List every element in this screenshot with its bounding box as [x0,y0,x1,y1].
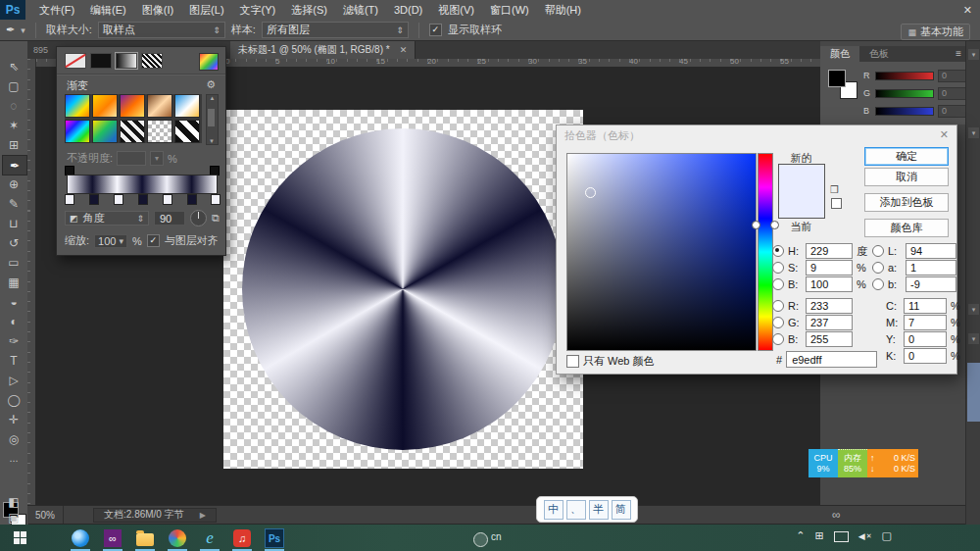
hue-radio[interactable] [772,245,784,257]
ime-punctuation-button[interactable]: 、 [566,500,586,520]
brush-tool[interactable]: ✎ [2,194,25,213]
panel-collapse-icon[interactable]: ▾ [968,49,979,60]
lasso-tool[interactable]: ◌ [2,96,25,115]
action-center-icon[interactable]: ▢ [882,529,892,542]
taskbar-visual-studio-icon[interactable]: ∞ [103,528,122,548]
window-close-icon[interactable]: ✕ [959,2,976,19]
menu-window[interactable]: 窗口(W) [482,3,537,18]
opacity-dropdown-icon[interactable]: ▾ [150,151,164,166]
sample-size-dropdown[interactable]: 取样点 ⇕ [98,22,225,38]
gradient-preset[interactable] [147,120,172,143]
reverse-icon[interactable]: ⧉ [212,212,220,225]
path-selection-tool[interactable]: ▷ [2,371,25,389]
eyedropper-tool-active[interactable]: ✒ [2,155,27,175]
menu-select[interactable]: 选择(S) [283,3,335,18]
cancel-button[interactable]: 取消 [864,168,949,186]
ime-simplified-button[interactable]: 简 [612,500,631,520]
gradient-preset[interactable] [92,120,118,143]
color-stop[interactable] [89,194,99,205]
lab-a-field[interactable]: 1 [906,260,956,276]
gear-icon[interactable]: ⚙ [206,78,216,91]
hue-slider[interactable] [758,153,773,351]
add-to-swatches-button[interactable]: 添加到色板 [864,193,949,212]
lab-l-radio[interactable] [872,245,884,257]
fill-none-button[interactable] [65,53,86,69]
color-stop[interactable] [211,194,220,205]
scrollbar-thumb[interactable] [208,109,215,126]
hue-field[interactable]: 229 [806,243,853,259]
taskbar-file-explorer-icon[interactable] [135,528,155,548]
color-stop[interactable] [65,194,74,205]
ime-width-button[interactable]: 半 [589,500,609,520]
start-button[interactable] [14,531,26,544]
menu-view[interactable]: 视图(V) [430,3,482,18]
hex-field[interactable]: e9edff [786,351,877,368]
ime-chinese-button[interactable]: 中 [544,500,564,520]
magic-wand-tool[interactable]: ✶ [2,116,25,134]
crop-tool[interactable]: ⊞ [2,135,25,154]
scroll-down-icon[interactable]: ▼ [209,138,215,144]
panel-menu-icon[interactable]: ▾ [968,127,979,138]
gradient-style-dropdown[interactable]: ◩ 角度 ⇕ [65,211,149,225]
type-tool[interactable]: T [2,351,25,370]
align-checkbox[interactable]: ✓ [147,234,160,247]
menu-filter[interactable]: 滤镜(T) [335,3,386,18]
angle-field[interactable]: 90 [154,211,185,225]
web-colors-checkbox[interactable] [566,355,579,368]
black-field[interactable]: 0 [904,348,947,364]
scroll-up-icon[interactable]: ▲ [210,95,216,101]
foreground-color-swatch[interactable] [828,70,846,87]
taskbar-360-browser-icon[interactable] [168,528,187,548]
fill-solid-button[interactable] [90,53,112,69]
ok-button[interactable]: 确定 [864,147,949,166]
healing-brush-tool[interactable]: ⊕ [2,175,25,193]
gradient-preset[interactable] [65,120,90,143]
eraser-tool[interactable]: ▭ [2,253,25,272]
preset-scrollbar[interactable]: ▲ ▼ [206,94,219,145]
brightness-field[interactable]: 100 [806,276,853,292]
panel-fg-bg-colors[interactable] [828,70,858,99]
angle-gradient-ellipse[interactable] [242,128,564,450]
tray-chevron-icon[interactable]: ⌃ [796,529,805,542]
taskbar-browser-icon[interactable] [71,528,90,548]
lab-a-radio[interactable] [872,262,884,274]
edit-toolbar-button[interactable]: ⋯ [2,451,25,470]
hue-slider-marker-left[interactable] [752,221,760,229]
document-tab[interactable]: 未标题-1 @ 50% (椭圆 1, RGB/8) * ✕ [230,41,416,59]
color-stop[interactable] [138,194,148,205]
move-tool[interactable]: ⇖ [2,57,25,75]
menu-edit[interactable]: 编辑(E) [82,3,134,18]
dialog-close-icon[interactable]: ✕ [940,128,949,141]
color-stop[interactable] [163,194,172,205]
ime-language-icon[interactable] [473,532,488,547]
color-libraries-button[interactable]: 颜色库 [864,219,949,237]
workspace-switcher[interactable]: ▦ 基本功能 [901,24,970,40]
scale-field[interactable]: 100 ▾ [94,234,127,248]
show-ring-checkbox[interactable]: ✓ [429,24,442,36]
fill-gradient-button[interactable] [116,53,137,69]
red-field[interactable]: 233 [806,298,853,314]
color-stop[interactable] [187,194,197,205]
green-field[interactable]: 237 [806,315,853,330]
gradient-preset[interactable] [147,94,172,118]
lab-b-field[interactable]: -9 [906,276,956,292]
taskbar-music-icon[interactable]: ♫ [232,528,252,548]
sample-dropdown[interactable]: 所有图层 ⇕ [262,22,409,38]
yellow-field[interactable]: 0 [904,331,947,347]
clone-stamp-tool[interactable]: ⊔ [2,214,25,232]
menu-3d[interactable]: 3D(D) [386,4,430,16]
magenta-field[interactable]: 7 [904,315,947,330]
color-picker-button[interactable] [199,53,219,71]
gradient-preset[interactable] [174,120,200,143]
blue-field[interactable]: 255 [806,331,853,347]
saturation-field[interactable]: 9 [806,260,853,276]
gradient-tool[interactable]: ▦ [2,273,25,291]
blue-slider[interactable] [875,107,934,116]
brightness-radio[interactable] [772,278,784,290]
gradient-preset[interactable] [120,120,145,143]
color-field-marker[interactable] [585,187,596,198]
green-slider[interactable] [875,89,934,98]
tool-preset-arrow-icon[interactable]: ▾ [21,25,25,35]
saturation-brightness-field[interactable] [566,153,757,351]
hand-tool[interactable]: ✛ [2,410,25,428]
